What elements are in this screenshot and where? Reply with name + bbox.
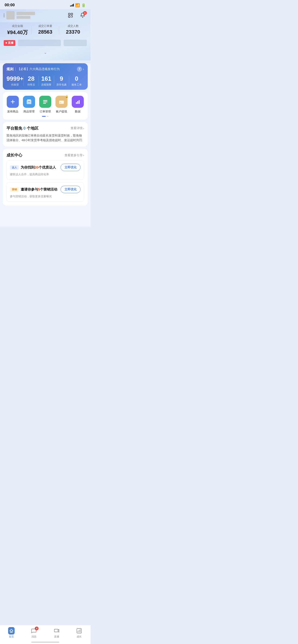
header-right: 6	[66, 11, 87, 20]
action-label-orders: 订单管理	[40, 110, 51, 114]
chevron-right-icon: ›	[83, 126, 84, 130]
live-tag: 直播	[4, 40, 15, 46]
talent-desc: 建联达人合作，提高商品转化率	[10, 172, 81, 176]
aftersale-label: 待售后	[24, 83, 39, 86]
products-icon	[23, 96, 35, 108]
metric-violation[interactable]: 161 违规预警	[39, 75, 54, 86]
action-withdraw[interactable]: 🔒 账户提现	[53, 96, 70, 114]
action-label-products: 商品管理	[24, 110, 35, 114]
scan-button[interactable]	[66, 11, 75, 20]
svg-rect-1	[71, 13, 73, 15]
abnormal-label: 异常包裹	[54, 83, 69, 86]
live-info-placeholder	[18, 40, 61, 46]
expand-chevron[interactable]: ⌄	[4, 49, 87, 56]
rules-number: 7	[77, 66, 82, 72]
rules-card[interactable]: 规则 【必看】六大商品违规发布行为 7 › 9999+ 待发货 28 待售后 1…	[3, 63, 88, 90]
notification-button[interactable]: 6	[79, 11, 87, 20]
page-dot-2	[47, 116, 49, 117]
talent-title: 为你找到20个优质达人	[21, 165, 56, 170]
exempt-title: 平台豁免 0 个地区	[7, 126, 39, 131]
growth-title: 成长中心	[7, 152, 22, 158]
metric-service[interactable]: 0 服务工单	[69, 75, 84, 86]
action-icon-wrapper-products	[23, 96, 35, 108]
action-icon-wrapper-orders	[39, 96, 51, 108]
marketing-title: 邀请你参与5个营销活动	[21, 187, 57, 192]
avatar	[6, 11, 15, 20]
talent-tag: 达人	[10, 165, 19, 170]
metrics-row: 9999+ 待发货 28 待售后 161 违规预警 9 异常包裹 0 服务工单	[7, 75, 84, 86]
violation-label: 违规预警	[39, 83, 54, 86]
growth-item-marketing: 营销 邀请你参与5个营销活动 立即优化 参与营销活动，获取更多流量曝光	[7, 182, 84, 202]
growth-item-talent-header: 达人 为你找到20个优质达人 立即优化	[10, 164, 81, 171]
growth-chevron-icon: ›	[83, 154, 84, 157]
action-label-publish: 发布商品	[7, 110, 18, 114]
rules-arrow-icon: ›	[83, 67, 84, 71]
rules-header: 规则 【必看】六大商品违规发布行为 7 ›	[7, 66, 84, 72]
menu-button[interactable]	[4, 14, 5, 17]
quick-actions: 发布商品 商品管理	[3, 92, 88, 120]
metric-abnormal[interactable]: 9 异常包裹	[54, 75, 69, 86]
user-info	[17, 12, 35, 19]
bottom-spacer	[0, 206, 91, 226]
signal-icon	[70, 4, 74, 6]
svg-rect-10	[43, 103, 46, 104]
marketing-tag: 营销	[10, 187, 19, 192]
orders-icon	[39, 96, 51, 108]
growth-link[interactable]: 查看更多引导 ›	[65, 153, 84, 158]
live-banner: 直播	[4, 40, 87, 46]
action-publish[interactable]: 发布商品	[5, 96, 21, 114]
pending-label: 待发货	[7, 83, 24, 86]
svg-rect-13	[60, 102, 61, 103]
rules-divider	[15, 68, 16, 71]
growth-header: 成长中心 查看更多引导 ›	[7, 152, 84, 158]
rules-tag: 规则	[7, 67, 14, 72]
data-icon	[72, 96, 84, 108]
stats-grid: 成交金额 ¥94.40万 成交订单量 28563 成交人数 23370	[4, 22, 87, 40]
status-time: 00:00	[5, 3, 15, 8]
rules-badge: 7 ›	[77, 66, 84, 72]
stat-amount: 成交金额 ¥94.40万	[4, 24, 31, 36]
svg-rect-2	[69, 16, 70, 18]
svg-rect-8	[43, 100, 47, 101]
marketing-optimize-button[interactable]: 立即优化	[61, 186, 81, 193]
page-dot-1	[42, 116, 46, 117]
action-label-withdraw: 账户提现	[56, 110, 67, 114]
stats-section: 成交金额 ¥94.40万 成交订单量 28563 成交人数 23370 直播 ⌄	[0, 22, 91, 60]
metric-aftersale[interactable]: 28 待售后	[24, 75, 39, 86]
actions-grid: 发布商品 商品管理	[5, 96, 86, 114]
action-icon-wrapper-withdraw: 🔒	[56, 96, 68, 108]
growth-card: 成长中心 查看更多引导 › 达人 为你找到20个优质达人 立即优化 建联达人合作…	[3, 149, 88, 206]
growth-item-marketing-left: 营销 邀请你参与5个营销活动	[10, 187, 57, 192]
header: 6	[0, 9, 91, 22]
svg-rect-15	[77, 101, 78, 104]
action-orders[interactable]: 订单管理	[37, 96, 53, 114]
marketing-desc: 参与营销活动，获取更多流量曝光	[10, 194, 81, 198]
lock-icon: 🔒	[65, 95, 69, 98]
metric-pending[interactable]: 9999+ 待发货	[7, 75, 24, 86]
exempt-card: 平台豁免 0 个地区 查看详情 › 豁免地区的实物订单将自动延长发货和退货时效，…	[3, 122, 88, 147]
stat-orders: 成交订单量 28563	[32, 24, 59, 36]
action-products[interactable]: 商品管理	[21, 96, 37, 114]
status-bar: 00:00 📶 🔋	[0, 0, 91, 9]
action-label-data: 数据	[75, 110, 81, 114]
abnormal-value: 9	[54, 75, 69, 82]
status-icons: 📶 🔋	[70, 3, 86, 8]
main-content: 规则 【必看】六大商品违规发布行为 7 › 9999+ 待发货 28 待售后 1…	[0, 63, 91, 226]
live-data-placeholder	[64, 40, 87, 46]
battery-icon: 🔋	[81, 3, 86, 8]
action-icon-wrapper-publish	[7, 96, 19, 108]
svg-rect-14	[76, 102, 77, 104]
growth-item-talent-left: 达人 为你找到20个优质达人	[10, 165, 56, 170]
rules-title-left: 规则 【必看】六大商品违规发布行为	[7, 67, 60, 72]
svg-rect-12	[59, 101, 64, 102]
aftersale-value: 28	[24, 75, 39, 82]
page-indicator	[5, 116, 86, 117]
rules-text: 【必看】六大商品违规发布行为	[18, 67, 60, 71]
user-subtitle-placeholder	[17, 16, 31, 19]
talent-optimize-button[interactable]: 立即优化	[61, 164, 81, 171]
action-data[interactable]: 数据	[70, 96, 86, 114]
action-icon-wrapper-data	[72, 96, 84, 108]
growth-item-marketing-header: 营销 邀请你参与5个营销活动 立即优化	[10, 186, 81, 193]
exempt-link[interactable]: 查看详情 ›	[71, 126, 84, 130]
pending-value: 9999+	[7, 75, 24, 82]
